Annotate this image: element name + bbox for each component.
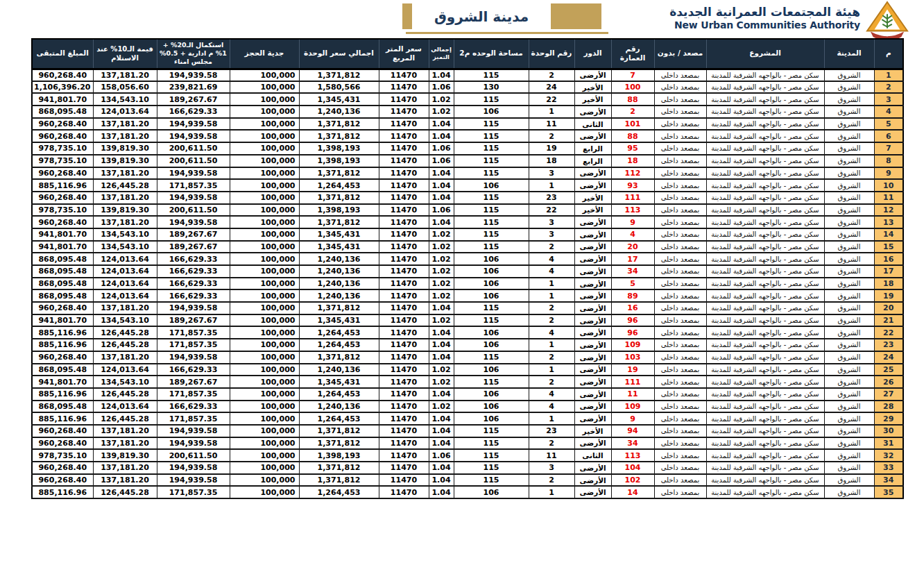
cell-unit: 23 — [529, 192, 574, 204]
cell-coef: 1.02 — [429, 228, 454, 241]
cell-completion: 200,611.50 — [157, 204, 230, 217]
cell-m: 5 — [874, 118, 903, 131]
cell-booking: 100,000 — [230, 425, 299, 437]
cell-receipt10: 124,013.64 — [93, 265, 157, 278]
table-row: 2الشروقسكن مصر - بالواجهه الشرقية للمدين… — [32, 81, 903, 94]
cell-m: 10 — [874, 179, 903, 192]
cell-city: الشروق — [824, 192, 874, 204]
cell-building: 17 — [611, 253, 654, 265]
cell-area: 115 — [454, 376, 529, 388]
cell-m: 32 — [874, 449, 903, 462]
cell-elevator: بمصعد داخلى — [654, 192, 706, 204]
cell-unit: 4 — [529, 401, 574, 413]
cell-remaining: 868,095.48 — [32, 265, 93, 278]
cell-floor: الأرضى — [574, 388, 611, 401]
cell-booking: 100,000 — [230, 289, 299, 302]
cell-project: سكن مصر - بالواجهه الشرقية للمدينة — [706, 486, 824, 498]
cell-project: سكن مصر - بالواجهه الشرقية للمدينة — [706, 462, 824, 474]
cell-project: سكن مصر - بالواجهه الشرقية للمدينة — [706, 326, 824, 339]
cell-completion: 194,939.58 — [157, 474, 230, 487]
column-header-building: رقم العمارة — [611, 39, 654, 69]
cell-floor: الأرضى — [574, 474, 611, 487]
cell-building: 104 — [611, 462, 654, 474]
cell-coef: 1.02 — [429, 253, 454, 265]
cell-completion: 194,939.58 — [157, 69, 230, 81]
cell-city: الشروق — [824, 278, 874, 290]
cell-completion: 189,267.67 — [157, 376, 230, 388]
cell-price_m: 11470 — [379, 142, 429, 155]
cell-elevator: بمصعد داخلى — [654, 388, 706, 401]
cell-m: 11 — [874, 192, 903, 204]
cell-elevator: بمصعد داخلى — [654, 142, 706, 155]
cell-total: 1,371,812 — [299, 192, 379, 204]
cell-receipt10: 134,543.10 — [93, 314, 157, 327]
cell-floor: الأرضى — [574, 278, 611, 290]
cell-building: 94 — [611, 425, 654, 437]
cell-unit: 1 — [529, 179, 574, 192]
cell-building: 111 — [611, 192, 654, 204]
cell-building: 34 — [611, 265, 654, 278]
cell-remaining: 885,116.96 — [32, 388, 93, 401]
cell-coef: 1.04 — [429, 302, 454, 314]
cell-m: 27 — [874, 388, 903, 401]
cell-area: 106 — [454, 388, 529, 401]
cell-receipt10: 137,181.20 — [93, 474, 157, 487]
cell-project: سكن مصر - بالواجهه الشرقية للمدينة — [706, 412, 824, 425]
cell-completion: 194,939.58 — [157, 425, 230, 437]
table-row: 31الشروقسكن مصر - بالواجهه الشرقية للمدي… — [32, 437, 903, 450]
cell-area: 115 — [454, 425, 529, 437]
cell-total: 1,264,453 — [299, 388, 379, 401]
cell-booking: 100,000 — [230, 69, 299, 81]
cell-receipt10: 134,543.10 — [93, 376, 157, 388]
cell-completion: 189,267.67 — [157, 228, 230, 241]
cell-price_m: 11470 — [379, 278, 429, 290]
column-header-remaining: المبلغ المتبقى — [32, 39, 93, 69]
cell-city: الشروق — [824, 216, 874, 228]
cell-price_m: 11470 — [379, 118, 429, 131]
cell-price_m: 11470 — [379, 314, 429, 327]
cell-floor: الأخير — [574, 192, 611, 204]
cell-building: 19 — [611, 364, 654, 376]
cell-booking: 100,000 — [230, 265, 299, 278]
cell-unit: 4 — [529, 326, 574, 339]
cell-receipt10: 126,445.28 — [93, 388, 157, 401]
cell-price_m: 11470 — [379, 388, 429, 401]
cell-coef: 1.06 — [429, 449, 454, 462]
table-row: 5الشروقسكن مصر - بالواجهه الشرقية للمدين… — [32, 118, 903, 131]
cell-elevator: بمصعد داخلى — [654, 106, 706, 118]
cell-m: 12 — [874, 204, 903, 217]
cell-elevator: بمصعد داخلى — [654, 93, 706, 106]
cell-total: 1,240,136 — [299, 364, 379, 376]
cell-project: سكن مصر - بالواجهه الشرقية للمدينة — [706, 351, 824, 364]
cell-building: 2 — [611, 106, 654, 118]
cell-city: الشروق — [824, 376, 874, 388]
cell-m: 25 — [874, 364, 903, 376]
column-header-unit: رقم الوحدة — [529, 39, 574, 69]
cell-building: 101 — [611, 118, 654, 131]
cell-receipt10: 139,819.30 — [93, 142, 157, 155]
cell-receipt10: 137,181.20 — [93, 118, 157, 131]
cell-booking: 100,000 — [230, 388, 299, 401]
cell-building: 100 — [611, 81, 654, 94]
cell-building: 16 — [611, 302, 654, 314]
cell-completion: 171,857.35 — [157, 388, 230, 401]
gold-underline — [406, 32, 608, 34]
cell-coef: 1.06 — [429, 155, 454, 167]
cell-unit: 1 — [529, 486, 574, 498]
table-row: 32الشروقسكن مصر - بالواجهه الشرقية للمدي… — [32, 449, 903, 462]
table-row: 1الشروقسكن مصر - بالواجهه الشرقية للمدين… — [32, 69, 903, 81]
cell-total: 1,371,812 — [299, 167, 379, 180]
cell-remaining: 1,106,396.20 — [32, 81, 93, 94]
cell-building: 9 — [611, 412, 654, 425]
cell-price_m: 11470 — [379, 449, 429, 462]
cell-city: الشروق — [824, 449, 874, 462]
cell-city: الشروق — [824, 462, 874, 474]
cell-project: سكن مصر - بالواجهه الشرقية للمدينة — [706, 118, 824, 131]
cell-booking: 100,000 — [230, 364, 299, 376]
cell-area: 106 — [454, 486, 529, 498]
cell-total: 1,371,812 — [299, 351, 379, 364]
cell-coef: 1.06 — [429, 204, 454, 217]
cell-project: سكن مصر - بالواجهه الشرقية للمدينة — [706, 425, 824, 437]
table-row: 20الشروقسكن مصر - بالواجهه الشرقية للمدي… — [32, 302, 903, 314]
cell-unit: 2 — [529, 69, 574, 81]
